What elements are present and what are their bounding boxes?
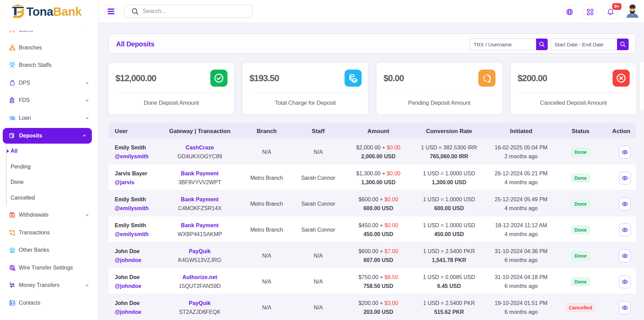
svg-text:$: $ <box>13 100 14 104</box>
